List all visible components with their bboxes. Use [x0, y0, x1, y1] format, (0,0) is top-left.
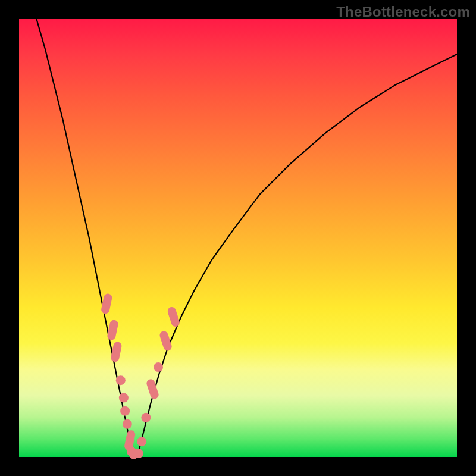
data-marker	[154, 362, 163, 372]
curve-left-path	[36, 19, 130, 457]
data-marker	[123, 419, 132, 429]
data-marker	[167, 306, 181, 328]
markers-left	[101, 293, 139, 459]
curve-right-path	[137, 54, 457, 457]
data-marker	[119, 393, 129, 403]
data-marker	[141, 413, 151, 422]
chart-svg	[19, 19, 457, 457]
curve-left	[36, 19, 130, 457]
data-marker	[116, 375, 126, 385]
plot-area	[19, 19, 457, 457]
data-marker	[137, 437, 146, 446]
curve-right	[137, 54, 457, 457]
data-marker	[120, 406, 130, 416]
watermark-text: TheBottleneck.com	[336, 4, 470, 20]
data-marker	[107, 320, 119, 341]
data-marker	[134, 449, 143, 458]
chart-frame: TheBottleneck.com	[0, 0, 476, 476]
